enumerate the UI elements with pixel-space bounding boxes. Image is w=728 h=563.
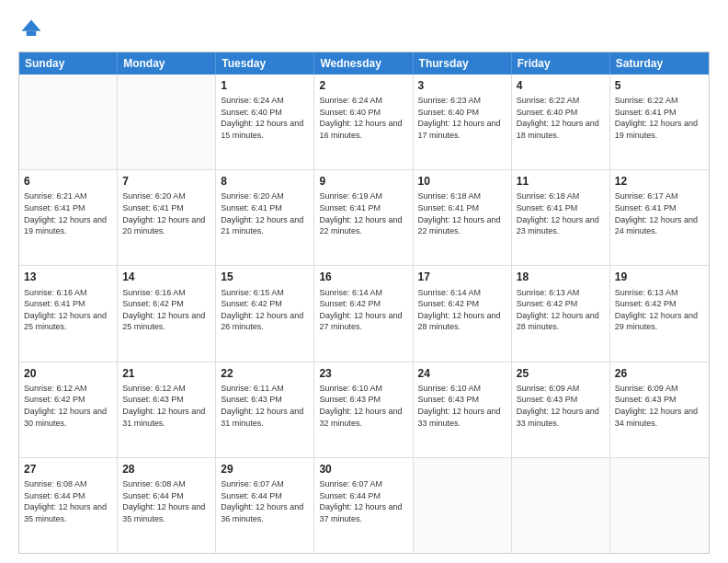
calendar-row-2: 13Sunrise: 6:16 AM Sunset: 6:41 PM Dayli…	[19, 266, 709, 362]
cal-cell-r2c3: 16Sunrise: 6:14 AM Sunset: 6:42 PM Dayli…	[314, 266, 413, 361]
cal-cell-r3c4: 24Sunrise: 6:10 AM Sunset: 6:43 PM Dayli…	[414, 362, 512, 457]
cal-cell-r0c2: 1Sunrise: 6:24 AM Sunset: 6:40 PM Daylig…	[216, 75, 314, 169]
day-info: Sunrise: 6:18 AM Sunset: 6:41 PM Dayligh…	[517, 190, 605, 236]
day-number: 28	[122, 462, 210, 477]
cal-cell-r2c2: 15Sunrise: 6:15 AM Sunset: 6:42 PM Dayli…	[216, 266, 314, 361]
day-number: 15	[221, 270, 309, 284]
day-number: 18	[517, 270, 605, 284]
day-number: 30	[319, 462, 407, 477]
cal-cell-r1c2: 8Sunrise: 6:20 AM Sunset: 6:41 PM Daylig…	[216, 170, 314, 265]
day-info: Sunrise: 6:16 AM Sunset: 6:42 PM Dayligh…	[122, 287, 210, 333]
day-info: Sunrise: 6:07 AM Sunset: 6:44 PM Dayligh…	[221, 478, 309, 524]
header	[18, 17, 710, 42]
svg-marker-0	[22, 20, 41, 31]
cal-cell-r3c2: 22Sunrise: 6:11 AM Sunset: 6:43 PM Dayli…	[216, 362, 314, 457]
cal-cell-r4c2: 29Sunrise: 6:07 AM Sunset: 6:44 PM Dayli…	[216, 458, 314, 553]
day-info: Sunrise: 6:22 AM Sunset: 6:40 PM Dayligh…	[517, 95, 605, 141]
header-day-friday: Friday	[512, 52, 610, 75]
cal-cell-r2c4: 17Sunrise: 6:14 AM Sunset: 6:42 PM Dayli…	[414, 266, 512, 361]
day-number: 17	[418, 270, 506, 284]
cal-cell-r3c5: 25Sunrise: 6:09 AM Sunset: 6:43 PM Dayli…	[512, 362, 610, 457]
day-number: 6	[24, 174, 112, 189]
header-day-wednesday: Wednesday	[314, 52, 413, 75]
day-number: 2	[319, 78, 407, 93]
day-info: Sunrise: 6:20 AM Sunset: 6:41 PM Dayligh…	[221, 190, 309, 236]
cal-cell-r4c4	[414, 458, 512, 553]
header-day-thursday: Thursday	[414, 52, 512, 75]
day-number: 26	[615, 366, 704, 381]
page: SundayMondayTuesdayWednesdayThursdayFrid…	[0, 0, 728, 563]
day-info: Sunrise: 6:09 AM Sunset: 6:43 PM Dayligh…	[615, 383, 704, 429]
cal-cell-r4c5	[512, 458, 610, 553]
cal-cell-r1c3: 9Sunrise: 6:19 AM Sunset: 6:41 PM Daylig…	[314, 170, 413, 265]
day-number: 19	[615, 270, 704, 284]
day-number: 7	[122, 174, 210, 189]
cal-cell-r0c0	[19, 75, 118, 169]
day-info: Sunrise: 6:08 AM Sunset: 6:44 PM Dayligh…	[122, 478, 210, 524]
cal-cell-r1c1: 7Sunrise: 6:20 AM Sunset: 6:41 PM Daylig…	[118, 170, 216, 265]
calendar-body: 1Sunrise: 6:24 AM Sunset: 6:40 PM Daylig…	[19, 75, 709, 553]
logo-icon	[18, 17, 44, 42]
cal-cell-r4c1: 28Sunrise: 6:08 AM Sunset: 6:44 PM Dayli…	[118, 458, 216, 553]
day-number: 16	[319, 270, 407, 284]
day-info: Sunrise: 6:21 AM Sunset: 6:41 PM Dayligh…	[24, 190, 112, 236]
day-info: Sunrise: 6:22 AM Sunset: 6:41 PM Dayligh…	[615, 95, 704, 141]
calendar: SundayMondayTuesdayWednesdayThursdayFrid…	[18, 52, 710, 554]
cal-cell-r3c3: 23Sunrise: 6:10 AM Sunset: 6:43 PM Dayli…	[314, 362, 413, 457]
cal-cell-r1c5: 11Sunrise: 6:18 AM Sunset: 6:41 PM Dayli…	[512, 170, 610, 265]
day-number: 11	[517, 174, 605, 189]
day-info: Sunrise: 6:12 AM Sunset: 6:43 PM Dayligh…	[122, 383, 210, 429]
cal-cell-r2c1: 14Sunrise: 6:16 AM Sunset: 6:42 PM Dayli…	[118, 266, 216, 361]
day-number: 1	[221, 78, 309, 93]
day-number: 23	[319, 366, 407, 381]
cal-cell-r2c6: 19Sunrise: 6:13 AM Sunset: 6:42 PM Dayli…	[610, 266, 709, 361]
day-number: 5	[615, 78, 704, 93]
day-info: Sunrise: 6:11 AM Sunset: 6:43 PM Dayligh…	[221, 383, 309, 429]
header-day-tuesday: Tuesday	[216, 52, 314, 75]
header-day-saturday: Saturday	[610, 52, 709, 75]
day-info: Sunrise: 6:12 AM Sunset: 6:42 PM Dayligh…	[24, 383, 112, 429]
cal-cell-r1c4: 10Sunrise: 6:18 AM Sunset: 6:41 PM Dayli…	[414, 170, 512, 265]
day-number: 20	[24, 366, 112, 381]
cal-cell-r3c6: 26Sunrise: 6:09 AM Sunset: 6:43 PM Dayli…	[610, 362, 709, 457]
day-info: Sunrise: 6:15 AM Sunset: 6:42 PM Dayligh…	[221, 287, 309, 333]
cal-cell-r0c5: 4Sunrise: 6:22 AM Sunset: 6:40 PM Daylig…	[512, 75, 610, 169]
cal-cell-r2c5: 18Sunrise: 6:13 AM Sunset: 6:42 PM Dayli…	[512, 266, 610, 361]
calendar-row-0: 1Sunrise: 6:24 AM Sunset: 6:40 PM Daylig…	[19, 75, 709, 170]
cal-cell-r1c6: 12Sunrise: 6:17 AM Sunset: 6:41 PM Dayli…	[610, 170, 709, 265]
day-number: 13	[24, 270, 112, 284]
day-number: 25	[517, 366, 605, 381]
logo	[18, 17, 48, 42]
day-info: Sunrise: 6:09 AM Sunset: 6:43 PM Dayligh…	[517, 383, 605, 429]
day-info: Sunrise: 6:24 AM Sunset: 6:40 PM Dayligh…	[319, 95, 407, 141]
day-info: Sunrise: 6:07 AM Sunset: 6:44 PM Dayligh…	[319, 478, 407, 524]
day-info: Sunrise: 6:24 AM Sunset: 6:40 PM Dayligh…	[221, 95, 309, 141]
header-day-sunday: Sunday	[19, 52, 118, 75]
day-info: Sunrise: 6:18 AM Sunset: 6:41 PM Dayligh…	[418, 190, 506, 236]
cal-cell-r3c0: 20Sunrise: 6:12 AM Sunset: 6:42 PM Dayli…	[19, 362, 118, 457]
calendar-header: SundayMondayTuesdayWednesdayThursdayFrid…	[19, 52, 709, 75]
cal-cell-r3c1: 21Sunrise: 6:12 AM Sunset: 6:43 PM Dayli…	[118, 362, 216, 457]
header-day-monday: Monday	[118, 52, 216, 75]
day-info: Sunrise: 6:10 AM Sunset: 6:43 PM Dayligh…	[418, 383, 506, 429]
cal-cell-r4c6	[610, 458, 709, 553]
cal-cell-r0c4: 3Sunrise: 6:23 AM Sunset: 6:40 PM Daylig…	[414, 75, 512, 169]
calendar-row-3: 20Sunrise: 6:12 AM Sunset: 6:42 PM Dayli…	[19, 362, 709, 458]
day-info: Sunrise: 6:10 AM Sunset: 6:43 PM Dayligh…	[319, 383, 407, 429]
day-number: 12	[615, 174, 704, 189]
day-info: Sunrise: 6:13 AM Sunset: 6:42 PM Dayligh…	[615, 287, 704, 333]
day-number: 10	[418, 174, 506, 189]
day-number: 21	[122, 366, 210, 381]
day-info: Sunrise: 6:17 AM Sunset: 6:41 PM Dayligh…	[615, 190, 704, 236]
cal-cell-r4c3: 30Sunrise: 6:07 AM Sunset: 6:44 PM Dayli…	[314, 458, 413, 553]
day-number: 24	[418, 366, 506, 381]
day-number: 29	[221, 462, 309, 477]
cal-cell-r4c0: 27Sunrise: 6:08 AM Sunset: 6:44 PM Dayli…	[19, 458, 118, 553]
cal-cell-r0c3: 2Sunrise: 6:24 AM Sunset: 6:40 PM Daylig…	[314, 75, 413, 169]
day-info: Sunrise: 6:14 AM Sunset: 6:42 PM Dayligh…	[418, 287, 506, 333]
cal-cell-r1c0: 6Sunrise: 6:21 AM Sunset: 6:41 PM Daylig…	[19, 170, 118, 265]
day-number: 4	[517, 78, 605, 93]
day-number: 9	[319, 174, 407, 189]
cal-cell-r2c0: 13Sunrise: 6:16 AM Sunset: 6:41 PM Dayli…	[19, 266, 118, 361]
calendar-row-4: 27Sunrise: 6:08 AM Sunset: 6:44 PM Dayli…	[19, 458, 709, 553]
